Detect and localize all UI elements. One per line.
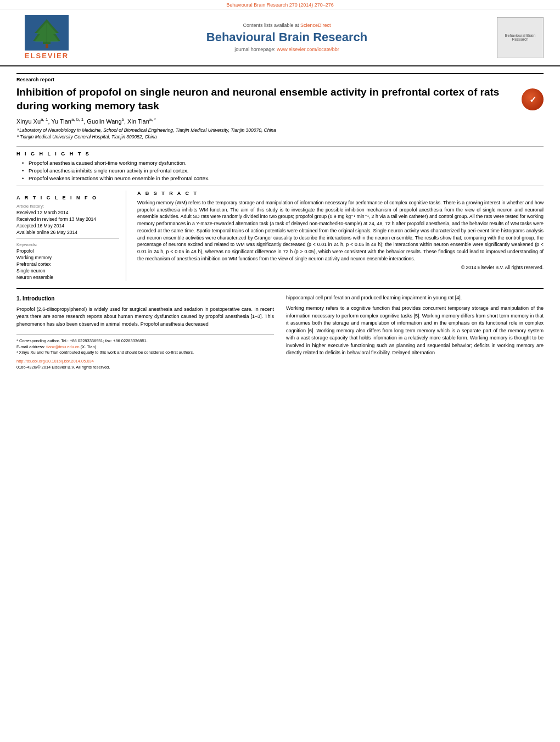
email-link[interactable]: tianx@tmu.edu.cn	[46, 344, 80, 349]
received-date: Received 12 March 2014	[16, 210, 119, 215]
homepage-line: journal homepage: www.elsevier.com/locat…	[88, 47, 486, 52]
highlights-heading: H I G H L I G H T S	[16, 151, 544, 157]
elsevier-name-text: ELSEVIER	[25, 52, 69, 60]
copyright-line: © 2014 Elsevier B.V. All rights reserved…	[137, 265, 544, 270]
highlight-item-1: Propofol anesthesia caused short-time wo…	[22, 160, 544, 166]
body-two-col: 1. Introduction Propofol (2,6-diisopropy…	[16, 294, 544, 371]
keyword-2: Working memory	[16, 255, 119, 260]
abstract-text: Working memory (WM) refers to the tempor…	[137, 199, 544, 263]
footnote-1-text: ¹ Xinyu Xu and Yu Tian contributed equal…	[16, 350, 274, 356]
corresponding-author-note: * Corresponding author. Tel.: +86 022833…	[16, 338, 274, 344]
crossmark-icon: ✓	[529, 94, 536, 105]
journal-center-block: Contents lists available at ScienceDirec…	[77, 23, 497, 52]
article-type-label: Research report	[16, 73, 544, 82]
article-info-column: A R T I C L E I N F O Article history: R…	[16, 191, 126, 281]
main-content-area: Research report Inhibition of propofol o…	[0, 66, 560, 377]
issn-text: 0166-4328/© 2014 Elsevier B.V. All right…	[16, 365, 110, 370]
journal-title: Behavioural Brain Research	[88, 30, 486, 44]
homepage-link[interactable]: www.elsevier.com/locate/bbr	[277, 47, 339, 52]
logo-right-text: Behavioural Brain Research	[497, 34, 543, 41]
highlight-item-3: Propofol weakens interactions within neu…	[22, 175, 544, 181]
journal-header: ELSEVIER Contents lists available at Sci…	[0, 9, 560, 66]
keyword-4: Single neuron	[16, 268, 119, 274]
body-col-right: hippocampal cell proliferation and produ…	[286, 294, 544, 371]
keyword-1: Propofol	[16, 248, 119, 254]
email-name: (X. Tian).	[81, 344, 97, 349]
body-section: 1. Introduction Propofol (2,6-diisopropy…	[16, 288, 544, 371]
accepted-date: Accepted 16 May 2014	[16, 223, 119, 228]
intro-col2-para2: Working memory refers to a cognitive fun…	[286, 305, 544, 357]
keyword-3: Prefrontal cortex	[16, 261, 119, 267]
keywords-subheading: Keywords:	[16, 242, 119, 247]
affiliation-b: ᵇ Tianjin Medical University General Hos…	[16, 134, 544, 141]
received-revised-date: Received in revised form 13 May 2014	[16, 216, 119, 222]
doi-section: http://dx.doi.org/10.1016/j.bbr.2014.05.…	[16, 358, 274, 371]
article-title: Inhibition of propofol on single neuron …	[16, 86, 522, 113]
elsevier-tree-logo	[25, 15, 69, 51]
article-title-area: Inhibition of propofol on single neuron …	[16, 86, 544, 113]
available-online-date: Available online 26 May 2014	[16, 230, 119, 235]
authors-line: Xinyu Xua, 1, Yu Tiana, b, 1, Guolin Wan…	[16, 117, 544, 125]
info-divider	[16, 238, 119, 239]
article-info-abstract-area: A R T I C L E I N F O Article history: R…	[16, 186, 544, 281]
footnotes-section: * Corresponding author. Tel.: +86 022833…	[16, 334, 274, 356]
sciencedirect-link[interactable]: ScienceDirect	[300, 23, 331, 28]
body-col-left: 1. Introduction Propofol (2,6-diisopropy…	[16, 294, 274, 371]
article-info-heading: A R T I C L E I N F O	[16, 195, 119, 200]
homepage-label: journal homepage:	[234, 47, 276, 52]
highlights-list: Propofol anesthesia caused short-time wo…	[22, 160, 544, 181]
abstract-heading: A B S T R A C T	[137, 191, 544, 196]
doi-link[interactable]: http://dx.doi.org/10.1016/j.bbr.2014.05.…	[16, 359, 94, 364]
affiliations-block: ᵃ Laboratory of Neurobiology in Medicine…	[16, 127, 544, 141]
elsevier-logo: ELSEVIER	[16, 15, 77, 60]
intro-heading: 1. Introduction	[16, 294, 274, 303]
contents-available-line: Contents lists available at ScienceDirec…	[88, 23, 486, 28]
journal-reference-bar: Behavioural Brain Research 270 (2014) 27…	[0, 0, 560, 9]
abstract-column: A B S T R A C T Working memory (WM) refe…	[137, 191, 544, 281]
highlight-item-2: Propofol anesthesia inhibits single neur…	[22, 168, 544, 174]
page-wrapper: Behavioural Brain Research 270 (2014) 27…	[0, 0, 560, 377]
contents-label: Contents lists available at	[243, 23, 299, 28]
affiliation-a: ᵃ Laboratory of Neurobiology in Medicine…	[16, 127, 544, 134]
journal-reference-text: Behavioural Brain Research 270 (2014) 27…	[226, 2, 334, 8]
history-subheading: Article history:	[16, 204, 119, 209]
journal-logo-right: Behavioural Brain Research	[497, 17, 544, 58]
crossmark-badge[interactable]: ✓	[522, 88, 544, 110]
keyword-5: Neuron ensemble	[16, 275, 119, 280]
keywords-section: Keywords: Propofol Working memory Prefro…	[16, 242, 119, 280]
intro-col1-para1: Propofol (2,6-diisopropylphenol) is wide…	[16, 306, 274, 328]
email-line: E-mail address: tianx@tmu.edu.cn (X. Tia…	[16, 344, 274, 350]
intro-col2-para1: hippocampal cell proliferation and produ…	[286, 294, 544, 302]
rule-before-highlights	[16, 146, 544, 147]
email-label: E-mail address:	[16, 344, 45, 349]
